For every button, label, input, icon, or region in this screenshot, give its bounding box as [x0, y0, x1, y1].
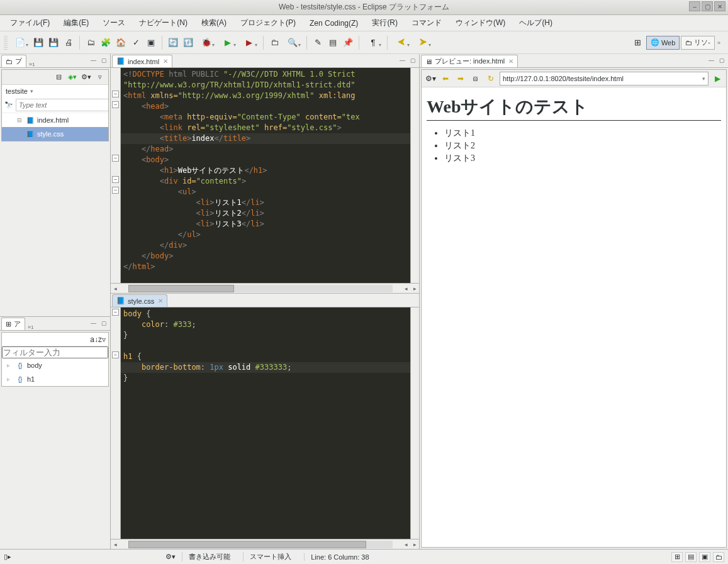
prev-forward-icon[interactable]: ➡ — [454, 72, 467, 85]
fold-icon[interactable]: − — [112, 187, 119, 194]
status-launch-icon[interactable]: ▯▸ — [4, 553, 11, 561]
maximize-view-icon[interactable]: ▢ — [717, 55, 727, 65]
save-all-button[interactable]: 💾 — [47, 36, 60, 50]
menu-commands[interactable]: コマンド — [405, 16, 448, 30]
view-menu-icon[interactable]: ▿ — [102, 335, 106, 344]
menu-window[interactable]: ウィンドウ(W) — [449, 16, 512, 30]
save-button[interactable]: 💾 — [31, 36, 45, 50]
open-perspective-button[interactable]: ⊞ — [631, 36, 645, 50]
fold-icon[interactable]: − — [112, 155, 119, 162]
explorer-overflow[interactable]: »1 — [29, 61, 35, 67]
outline-filter-input[interactable] — [2, 346, 108, 358]
menu-file[interactable]: ファイル(F) — [4, 16, 56, 30]
menu-help[interactable]: ヘルプ(H) — [513, 16, 559, 30]
css-editor[interactable]: − − body { color: #333; } h1 { border-bo… — [111, 307, 419, 539]
outline-tab[interactable]: ⊞ ア — [1, 318, 25, 330]
maximize-view-icon[interactable]: ▢ — [99, 55, 109, 65]
overview-ruler[interactable] — [410, 68, 419, 283]
gear-icon[interactable]: ⚙▾ — [424, 72, 437, 85]
minimize-button[interactable]: – — [689, 1, 700, 11]
html-code[interactable]: <!DOCTYPE html PUBLIC "-//W3C//DTD XHTML… — [121, 68, 410, 283]
tree-file-style[interactable]: 📘style.css — [2, 127, 108, 141]
preview-tab[interactable]: 🖥 プレビュー: index.html ✕ — [421, 55, 518, 67]
h-scrollbar[interactable]: ◂◂▸ — [111, 283, 419, 293]
menu-edit[interactable]: 編集(E) — [57, 16, 95, 30]
close-tab-icon[interactable]: ✕ — [163, 58, 168, 65]
search-button[interactable]: 🔍 — [283, 36, 303, 50]
fold-icon[interactable]: − — [112, 176, 119, 183]
close-tab-icon[interactable]: ✕ — [158, 297, 163, 304]
fold-icon[interactable]: − — [112, 309, 119, 316]
show-whitespace-button[interactable]: ¶ — [363, 36, 383, 50]
editor-tab-index[interactable]: 📘 index.html ✕ — [112, 55, 172, 67]
editor-gutter[interactable]: − − − − − — [111, 68, 121, 283]
close-tab-icon[interactable]: ✕ — [508, 58, 513, 65]
perspectives-overflow[interactable]: » — [717, 40, 720, 46]
css-code[interactable]: body { color: #333; } h1 { border-bottom… — [121, 307, 410, 539]
print-button[interactable]: 🖨 — [62, 36, 76, 50]
folder-icon[interactable]: 🗀 — [267, 36, 281, 50]
collapse-all-icon[interactable]: ⊟ — [53, 72, 64, 83]
preview-url-input[interactable]: http://127.0.0.1:8020/testsite/index.htm… — [500, 72, 708, 86]
view-menu-icon[interactable]: ▿ — [94, 72, 106, 83]
menu-navigate[interactable]: ナビゲート(N) — [133, 16, 194, 30]
fold-icon[interactable]: − — [112, 101, 119, 108]
close-button[interactable]: ✕ — [714, 1, 725, 11]
prev-back-icon[interactable]: ⬅ — [439, 72, 452, 85]
refresh-icon[interactable]: 🔄 — [166, 36, 180, 50]
snippets-icon[interactable]: 🧩 — [99, 36, 113, 50]
gear-icon[interactable]: ⚙▾ — [81, 72, 92, 83]
menu-source[interactable]: ソース — [96, 16, 132, 30]
status-icon-2[interactable]: ▤ — [685, 552, 697, 562]
fold-icon[interactable]: − — [112, 91, 119, 97]
pin-icon[interactable]: 📌 — [341, 36, 355, 50]
fold-icon[interactable]: − — [112, 351, 119, 358]
prev-stop-icon[interactable]: ⦻ — [469, 72, 482, 85]
go-button[interactable]: ▶ — [711, 72, 724, 85]
sync-icon[interactable]: 🔃 — [181, 36, 195, 50]
app-explorer-icon[interactable]: 🗂 — [84, 36, 98, 50]
status-icon-4[interactable]: 🗀 — [713, 552, 724, 562]
perspective-web[interactable]: 🌐 Web — [646, 36, 680, 50]
minimize-view-icon[interactable]: — — [89, 55, 98, 65]
run-last-button[interactable]: ▶ — [239, 36, 259, 50]
status-icon-3[interactable]: ▣ — [699, 552, 710, 562]
binoculars-icon[interactable]: 🔭 — [4, 99, 13, 111]
marker-icon[interactable]: ✎ — [311, 36, 325, 50]
tree-file-index[interactable]: ⊟📘index.html — [2, 113, 108, 127]
outline-overflow[interactable]: »1 — [28, 324, 33, 330]
maximize-view-icon[interactable]: ▢ — [408, 55, 418, 65]
minimize-view-icon[interactable]: — — [89, 318, 98, 328]
terminal-icon[interactable]: ▣ — [144, 36, 158, 50]
outline-item-body[interactable]: ▹{}body — [2, 358, 108, 372]
overview-ruler[interactable] — [410, 307, 419, 539]
project-label[interactable]: testsite ▾ — [2, 85, 108, 97]
back-button[interactable]: ⮜ — [391, 36, 412, 50]
editor-gutter[interactable]: − − — [111, 307, 121, 539]
menu-project[interactable]: プロジェクト(P) — [234, 16, 302, 30]
status-icon-1[interactable]: ⊞ — [671, 552, 683, 562]
explorer-filter-input[interactable] — [16, 99, 109, 111]
perspective-resource[interactable]: 🗀 リソ- — [681, 36, 715, 50]
forward-button[interactable]: ⮞ — [413, 36, 433, 50]
menu-search[interactable]: 検索(A) — [195, 16, 233, 30]
h-scrollbar[interactable]: ◂◂▸ — [111, 539, 419, 549]
outline-item-h1[interactable]: ▹{}h1 — [2, 372, 108, 386]
minimize-view-icon[interactable]: — — [707, 55, 716, 65]
html-editor[interactable]: − − − − − <!DOCTYPE html PUBLIC "-//W3C/… — [111, 68, 419, 283]
prev-refresh-icon[interactable]: ↻ — [484, 72, 497, 85]
minimize-view-icon[interactable]: — — [398, 55, 407, 65]
status-gear-icon[interactable]: ⚙▾ — [165, 553, 176, 561]
debug-button[interactable]: 🐞 — [196, 36, 216, 50]
new-button[interactable]: 📄 — [10, 36, 30, 50]
editor-tab-style[interactable]: 📘 style.css ✕ — [112, 294, 167, 307]
menu-zen[interactable]: Zen Coding(Z) — [303, 17, 364, 30]
tasks-icon[interactable]: ▤ — [326, 36, 340, 50]
run-button[interactable]: ▶ — [218, 36, 238, 50]
home-icon[interactable]: 🏠 — [114, 36, 128, 50]
maximize-button[interactable]: ▢ — [702, 1, 713, 11]
toolbar-grip[interactable] — [4, 36, 8, 50]
maximize-view-icon[interactable]: ▢ — [99, 318, 109, 328]
sort-icon[interactable]: a↓z — [90, 335, 102, 344]
link-editor-icon[interactable]: ◈▾ — [67, 72, 78, 83]
